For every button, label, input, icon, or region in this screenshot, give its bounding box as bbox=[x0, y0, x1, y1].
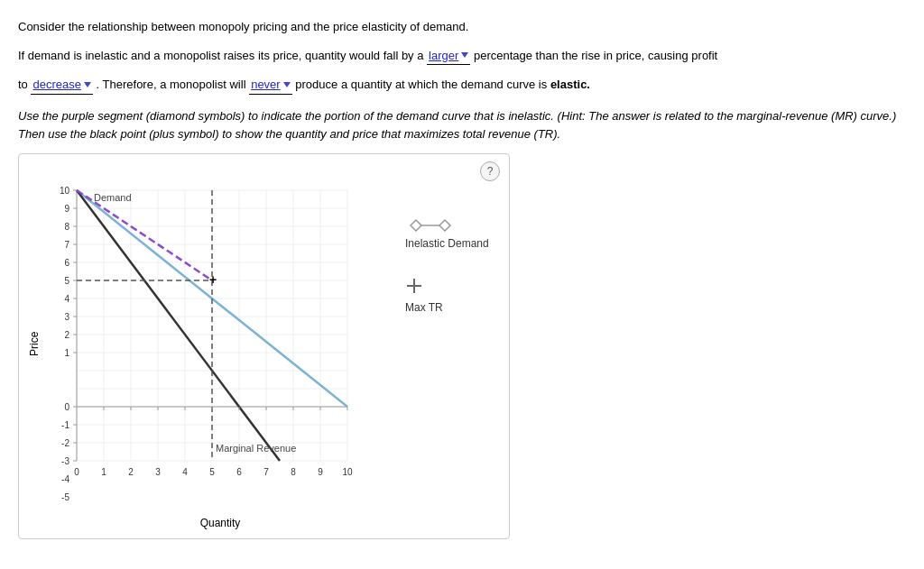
inelastic-demand-segment bbox=[77, 190, 212, 280]
max-tr-icon-svg bbox=[405, 277, 423, 295]
svg-text:4: 4 bbox=[64, 294, 69, 304]
max-tr-icon bbox=[405, 277, 423, 298]
dropdown-decrease-arrow bbox=[84, 82, 91, 87]
dropdown-larger-arrow bbox=[461, 52, 468, 58]
graph-inner: .grid-line { stroke: #ddd; stroke-width:… bbox=[44, 190, 369, 515]
graph-svg: .grid-line { stroke: #ddd; stroke-width:… bbox=[44, 190, 369, 515]
svg-text:-2: -2 bbox=[61, 438, 69, 448]
dropdown-never-text: never bbox=[251, 76, 281, 94]
svg-text:2: 2 bbox=[128, 467, 134, 477]
x-label-text: Quantity bbox=[200, 517, 241, 529]
svg-text:8: 8 bbox=[291, 467, 296, 477]
intro-line1: Consider the relationship between monopo… bbox=[18, 18, 906, 36]
svg-text:-4: -4 bbox=[61, 474, 69, 484]
dropdown-larger-text: larger bbox=[429, 47, 458, 65]
marginal-revenue-label: Marginal Revenue bbox=[216, 443, 296, 454]
line3-pre: to bbox=[18, 78, 28, 91]
legend-area: Inelastic Demand Max TR bbox=[405, 190, 489, 529]
question-mark-label: ? bbox=[487, 165, 494, 178]
dropdown-never[interactable]: never bbox=[249, 76, 292, 95]
intro-line3: to decrease . Therefore, a monopolist wi… bbox=[18, 76, 906, 95]
svg-marker-80 bbox=[411, 220, 421, 231]
svg-text:-3: -3 bbox=[61, 456, 69, 466]
dropdown-decrease[interactable]: decrease bbox=[31, 76, 92, 95]
svg-text:5: 5 bbox=[64, 276, 69, 286]
y-label-text: Price bbox=[28, 331, 41, 355]
line2-pre: If demand is inelastic and a monopolist … bbox=[18, 49, 423, 62]
line3-bold: elastic. bbox=[550, 78, 590, 91]
svg-text:-1: -1 bbox=[61, 420, 69, 430]
line1-text: Consider the relationship between monopo… bbox=[18, 20, 468, 33]
line2-post: percentage than the rise in price, causi… bbox=[474, 49, 717, 62]
svg-text:4: 4 bbox=[182, 467, 188, 477]
svg-text:1: 1 bbox=[101, 467, 106, 477]
max-tr-point[interactable]: + bbox=[209, 272, 217, 287]
svg-text:7: 7 bbox=[64, 240, 69, 250]
question-mark-button[interactable]: ? bbox=[480, 161, 500, 181]
x-axis-label: Quantity bbox=[71, 517, 369, 529]
hint-content: Use the purple segment (diamond symbols)… bbox=[18, 109, 896, 142]
graph-column: .grid-line { stroke: #ddd; stroke-width:… bbox=[44, 190, 369, 529]
legend-max-tr: Max TR bbox=[405, 277, 489, 314]
line3-post: produce a quantity at which the demand c… bbox=[295, 78, 547, 91]
svg-text:6: 6 bbox=[64, 258, 69, 268]
svg-text:10: 10 bbox=[342, 467, 353, 477]
svg-text:-5: -5 bbox=[61, 492, 69, 502]
inelastic-demand-icon-svg bbox=[405, 217, 455, 234]
svg-text:3: 3 bbox=[155, 467, 161, 477]
svg-text:6: 6 bbox=[236, 467, 242, 477]
svg-text:0: 0 bbox=[64, 402, 69, 412]
svg-text:8: 8 bbox=[64, 222, 69, 232]
hint-text: Use the purple segment (diamond symbols)… bbox=[18, 107, 906, 145]
svg-marker-82 bbox=[439, 220, 450, 231]
inelastic-demand-label: Inelastic Demand bbox=[405, 237, 489, 250]
svg-text:2: 2 bbox=[64, 330, 69, 340]
y-axis-label: Price bbox=[28, 190, 41, 497]
inelastic-demand-icon bbox=[405, 217, 455, 234]
max-tr-label: Max TR bbox=[405, 301, 443, 314]
dropdown-never-arrow bbox=[283, 82, 291, 87]
svg-text:3: 3 bbox=[64, 312, 69, 322]
svg-text:9: 9 bbox=[64, 204, 69, 214]
dropdown-larger[interactable]: larger bbox=[427, 47, 470, 66]
svg-text:9: 9 bbox=[318, 467, 323, 477]
svg-text:0: 0 bbox=[74, 467, 79, 477]
dropdown-decrease-text: decrease bbox=[32, 76, 80, 94]
svg-text:10: 10 bbox=[60, 186, 70, 196]
svg-text:1: 1 bbox=[64, 348, 69, 358]
marginal-revenue-line bbox=[77, 190, 280, 461]
legend-inelastic-demand: Inelastic Demand bbox=[405, 217, 489, 250]
line3-mid: . Therefore, a monopolist will bbox=[97, 78, 246, 91]
svg-text:5: 5 bbox=[209, 467, 215, 477]
demand-label: Demand bbox=[94, 192, 132, 203]
intro-line2: If demand is inelastic and a monopolist … bbox=[18, 47, 906, 66]
svg-text:7: 7 bbox=[263, 467, 269, 477]
graph-area: Price .grid-line { stro bbox=[28, 190, 500, 529]
chart-container: ? Price bbox=[18, 153, 510, 539]
